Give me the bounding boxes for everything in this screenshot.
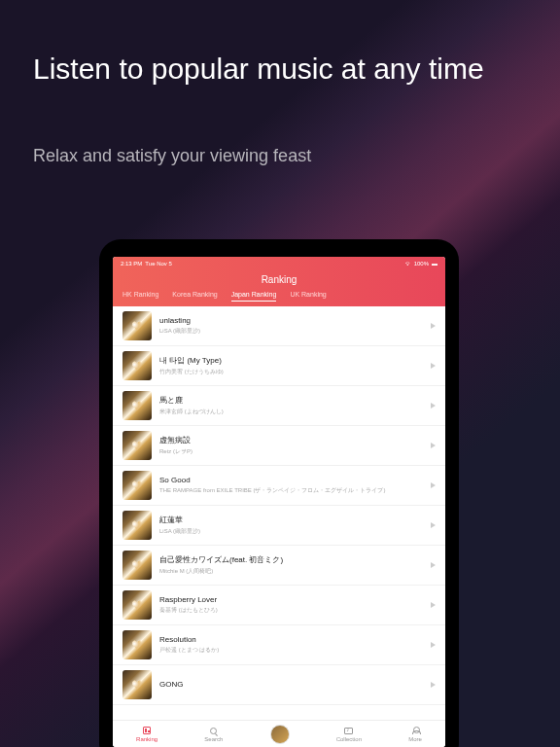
album-art	[122, 351, 152, 380]
song-meta: So GoodTHE RAMPAGE from EXILE TRIBE (ザ・ラ…	[159, 476, 423, 495]
song-row[interactable]: 虚無病設Retz (レヲP)	[113, 426, 445, 466]
album-art	[122, 391, 152, 420]
song-meta: 自己愛性カワイズム(feat. 初音ミク)Mitchie M (人间椅吧)	[159, 554, 423, 576]
song-artist: LiSA (織部里沙)	[159, 327, 423, 336]
tab-korea-ranking[interactable]: Korea Ranking	[172, 291, 217, 302]
song-meta: Resolution戸松遥 (とまつ はるか)	[159, 635, 423, 655]
song-meta: 紅蓮華LiSA (織部里沙)	[159, 515, 423, 536]
tab-japan-ranking[interactable]: Japan Ranking	[231, 291, 277, 302]
song-title: Raspberry Lover	[159, 595, 423, 604]
song-row[interactable]: 自己愛性カワイズム(feat. 初音ミク)Mitchie M (人间椅吧)	[113, 546, 445, 586]
song-row[interactable]: So GoodTHE RAMPAGE from EXILE TRIBE (ザ・ラ…	[113, 466, 445, 506]
tab-uk-ranking[interactable]: UK Ranking	[290, 291, 326, 302]
song-row[interactable]: 紅蓮華LiSA (織部里沙)	[113, 506, 445, 546]
play-icon[interactable]	[431, 522, 436, 528]
song-artist: 竹内美宥 (たけうちみゆ)	[159, 368, 423, 376]
album-art	[122, 551, 152, 580]
ranking-tabs: HK RankingKorea RankingJapan RankingUK R…	[113, 291, 445, 306]
ranking-icon	[143, 727, 151, 734]
promo-headline: Listen to popular music at any time	[33, 51, 527, 88]
nav-label: More	[408, 736, 422, 742]
song-title: unlasting	[159, 316, 423, 325]
song-row[interactable]: Resolution戸松遥 (とまつ はるか)	[113, 625, 445, 665]
promo-subhead: Relax and satisfy your viewing feast	[33, 146, 311, 166]
song-artist: THE RAMPAGE from EXILE TRIBE (ザ・ランペイジ・フロ…	[159, 486, 423, 495]
page-title: Ranking	[113, 274, 445, 291]
song-title: 내 타입 (My Type)	[159, 355, 423, 366]
song-artist: 秦基博 (はたもとひろ)	[159, 606, 423, 615]
battery-icon: ▬	[432, 261, 438, 267]
song-meta: GONG	[159, 680, 423, 691]
status-date: Tue Nov 5	[145, 261, 171, 267]
album-art	[122, 590, 152, 620]
album-art	[122, 630, 152, 659]
song-meta: unlastingLiSA (織部里沙)	[159, 316, 423, 336]
song-row[interactable]: 馬と鹿米津玄師 (よねづけんし)	[113, 386, 445, 426]
song-artist: 戸松遥 (とまつ はるか)	[159, 646, 423, 655]
app-header: Ranking HK RankingKorea RankingJapan Ran…	[113, 270, 445, 306]
play-icon[interactable]	[431, 602, 436, 608]
song-meta: 내 타입 (My Type)竹内美宥 (たけうちみゆ)	[159, 355, 423, 376]
nav-label: Search	[204, 736, 223, 742]
nav-label: Collection	[336, 736, 362, 742]
song-artist: Retz (レヲP)	[159, 447, 423, 456]
album-art	[122, 471, 152, 500]
song-meta: Raspberry Lover秦基博 (はたもとひろ)	[159, 595, 423, 615]
play-icon[interactable]	[431, 403, 436, 409]
status-bar: 2:13 PM Tue Nov 5 ᯤ 100% ▬	[113, 257, 445, 270]
nav-collection[interactable]: Collection	[336, 726, 362, 742]
song-list[interactable]: unlastingLiSA (織部里沙)내 타입 (My Type)竹内美宥 (…	[113, 306, 445, 720]
promo-background: Listen to popular music at any time Rela…	[0, 0, 560, 747]
wifi-icon: ᯤ	[405, 261, 411, 267]
play-icon[interactable]	[431, 562, 436, 568]
song-title: Resolution	[159, 635, 423, 644]
song-title: So Good	[159, 476, 423, 484]
play-icon[interactable]	[431, 682, 436, 688]
album-art	[122, 311, 152, 340]
more-icon	[412, 727, 419, 734]
status-battery: 100%	[414, 261, 429, 267]
nav-more[interactable]: More	[408, 726, 422, 742]
song-meta: 馬と鹿米津玄師 (よねづけんし)	[159, 395, 423, 416]
song-artist: Mitchie M (人间椅吧)	[159, 567, 423, 576]
song-title: 虚無病設	[159, 435, 423, 445]
search-icon	[210, 728, 217, 734]
song-row[interactable]: Raspberry Lover秦基博 (はたもとひろ)	[113, 586, 445, 625]
app-screen: 2:13 PM Tue Nov 5 ᯤ 100% ▬ Ranking HK Ra…	[113, 257, 445, 747]
nav-search[interactable]: Search	[204, 726, 223, 742]
album-art	[122, 670, 152, 699]
song-title: 紅蓮華	[159, 515, 423, 525]
play-icon[interactable]	[431, 482, 436, 488]
song-title: 自己愛性カワイズム(feat. 初音ミク)	[159, 554, 423, 565]
status-time: 2:13 PM	[121, 261, 142, 267]
nav-now-playing[interactable]	[270, 725, 290, 744]
song-row[interactable]: GONG	[113, 665, 445, 705]
play-icon[interactable]	[431, 323, 436, 329]
play-icon[interactable]	[431, 642, 436, 648]
tablet-frame: 2:13 PM Tue Nov 5 ᯤ 100% ▬ Ranking HK Ra…	[99, 239, 459, 747]
album-art	[122, 431, 152, 460]
song-row[interactable]: unlastingLiSA (織部里沙)	[113, 306, 445, 346]
album-art	[122, 511, 152, 540]
nav-label: Ranking	[136, 736, 158, 742]
nav-ranking[interactable]: Ranking	[136, 726, 158, 742]
play-icon[interactable]	[431, 363, 436, 369]
song-row[interactable]: 내 타입 (My Type)竹内美宥 (たけうちみゆ)	[113, 346, 445, 386]
play-icon[interactable]	[431, 443, 436, 448]
song-artist: 米津玄師 (よねづけんし)	[159, 408, 423, 416]
song-title: GONG	[159, 680, 423, 689]
collection-icon	[344, 728, 353, 734]
song-artist: LiSA (織部里沙)	[159, 527, 423, 536]
bottom-nav: Ranking Search Collection More	[113, 720, 445, 747]
song-meta: 虚無病設Retz (レヲP)	[159, 435, 423, 456]
tab-hk-ranking[interactable]: HK Ranking	[122, 291, 158, 302]
song-title: 馬と鹿	[159, 395, 423, 406]
